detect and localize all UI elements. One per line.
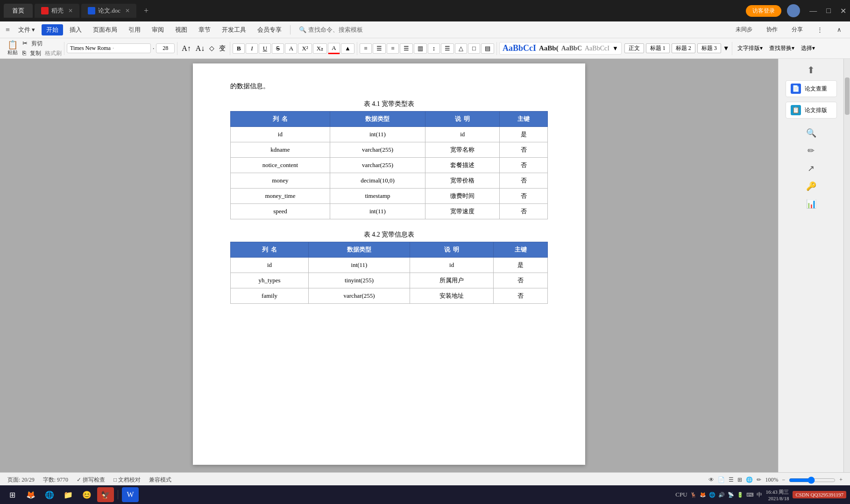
- list-button[interactable]: ☰: [441, 43, 454, 54]
- style-bt3[interactable]: 标题 3: [697, 43, 721, 53]
- font-name-selector[interactable]: Times New Roma ·: [67, 43, 151, 53]
- cursor-side-icon[interactable]: ↗: [806, 163, 816, 174]
- avatar[interactable]: [787, 4, 800, 17]
- view-icon-web[interactable]: 🌐: [746, 476, 753, 483]
- phonetic-button[interactable]: 变: [217, 43, 227, 54]
- search-side-icon[interactable]: 🔍: [806, 128, 816, 138]
- menu-insert[interactable]: 插入: [65, 24, 86, 35]
- style-bt2[interactable]: 标题 2: [672, 43, 695, 53]
- menu-collapse[interactable]: ∧: [832, 25, 846, 35]
- select-button[interactable]: 选择▾: [798, 43, 818, 53]
- text-arrange-button[interactable]: 文字排版▾: [735, 43, 765, 53]
- menu-vip[interactable]: 会员专享: [253, 24, 286, 35]
- align-left-button[interactable]: ≡: [360, 43, 372, 54]
- menu-review[interactable]: 审阅: [147, 24, 169, 35]
- paper-check-button[interactable]: 📄 论文查重: [786, 80, 837, 97]
- menu-more[interactable]: ⋮: [812, 25, 828, 35]
- menu-sync[interactable]: 未同步: [731, 24, 757, 35]
- spell-check[interactable]: ✓ 拼写检查: [77, 476, 105, 484]
- taskbar-app1[interactable]: 🦅: [97, 487, 114, 502]
- strikethrough-button[interactable]: S̶: [272, 43, 284, 54]
- align-right-button[interactable]: ≡: [387, 43, 399, 54]
- tray-icon-1[interactable]: 🦌: [690, 492, 697, 498]
- tab-daoke[interactable]: 稻壳 ✕: [35, 4, 79, 18]
- menu-file[interactable]: 文件 ▾: [14, 24, 40, 35]
- compat-mode[interactable]: 兼容模式: [149, 476, 171, 484]
- menu-chapter[interactable]: 章节: [194, 24, 215, 35]
- menu-dev-tools[interactable]: 开发工具: [217, 24, 251, 35]
- subscript-button[interactable]: X²: [298, 43, 312, 54]
- tab-close-doc[interactable]: ✕: [125, 7, 130, 14]
- font-name-dropdown-icon[interactable]: ·: [113, 45, 114, 52]
- taskbar-wps[interactable]: W: [122, 487, 139, 502]
- menu-search[interactable]: 🔍 查找命令、搜索模板: [294, 24, 367, 35]
- tray-icon-7[interactable]: ⌨: [746, 492, 754, 498]
- font-size-input[interactable]: 28: [156, 43, 175, 53]
- doc-compare[interactable]: □ 文档校对: [113, 476, 141, 484]
- copy-label[interactable]: 复制: [28, 49, 43, 58]
- visit-login-button[interactable]: 访客登录: [746, 5, 781, 17]
- close-button[interactable]: ✕: [840, 7, 846, 15]
- align-justify-button[interactable]: ☰: [400, 43, 413, 54]
- tray-lang[interactable]: 中: [757, 491, 762, 499]
- menu-page-layout[interactable]: 页面布局: [88, 24, 122, 35]
- taskbar-browser2[interactable]: 🌐: [41, 487, 58, 502]
- taskbar-browser1[interactable]: 🦊: [22, 487, 39, 502]
- find-replace-button[interactable]: 查找替换▾: [766, 43, 797, 53]
- tray-icon-4[interactable]: 🔊: [718, 492, 725, 498]
- view-icon-split[interactable]: ⊞: [737, 476, 742, 483]
- paper-layout-button[interactable]: 📋 论文排版: [786, 102, 837, 119]
- taskbar-emoji[interactable]: 😊: [78, 487, 95, 502]
- shading-button[interactable]: ▤: [481, 43, 494, 54]
- italic-button[interactable]: I: [246, 43, 258, 54]
- edit-side-icon[interactable]: ✏: [806, 146, 816, 156]
- menu-references[interactable]: 引用: [124, 24, 145, 35]
- bold-button[interactable]: B: [233, 43, 245, 54]
- clear-format-button[interactable]: ◇: [207, 43, 216, 53]
- underline-button[interactable]: U: [259, 43, 271, 54]
- tab-close-daoke[interactable]: ✕: [68, 7, 73, 14]
- border-button[interactable]: □: [468, 43, 480, 54]
- cut-label[interactable]: 剪切: [29, 39, 44, 48]
- view-icon-list[interactable]: ☰: [729, 476, 734, 483]
- csdn-widget[interactable]: CSDN QQ3295391197: [793, 491, 846, 498]
- style-more-icon[interactable]: ▼: [723, 45, 730, 52]
- tray-icon-2[interactable]: 🦊: [700, 492, 706, 498]
- zoom-slider[interactable]: [789, 476, 836, 484]
- menu-hamburger-icon[interactable]: ≡: [4, 25, 12, 35]
- win-start-button[interactable]: ⊞: [4, 487, 21, 502]
- menu-collab[interactable]: 协作: [762, 24, 782, 35]
- style-dropdown-icon[interactable]: ▼: [612, 45, 618, 52]
- menu-share[interactable]: 分享: [787, 24, 808, 35]
- paste-button[interactable]: 📋 粘贴: [4, 39, 21, 57]
- scrollbar-thumb[interactable]: [845, 77, 850, 115]
- line-spacing-button[interactable]: ↕: [428, 43, 440, 54]
- maximize-button[interactable]: □: [826, 7, 831, 15]
- tab-home[interactable]: 首页: [4, 4, 33, 18]
- shape-button[interactable]: △: [455, 43, 467, 54]
- upload-icon[interactable]: ⬆: [807, 64, 815, 76]
- menu-view[interactable]: 视图: [170, 24, 192, 35]
- highlight-color-button[interactable]: ▲: [341, 43, 354, 54]
- menu-start[interactable]: 开始: [42, 24, 63, 35]
- vertical-scrollbar[interactable]: [843, 59, 850, 472]
- highlight-button[interactable]: A: [285, 43, 297, 54]
- chart-side-icon[interactable]: 📊: [806, 199, 816, 209]
- add-tab-button[interactable]: +: [140, 5, 152, 17]
- font-size-up-button[interactable]: A↑: [180, 43, 193, 54]
- tray-icon-6[interactable]: 🔋: [737, 492, 744, 498]
- style-zhengwen[interactable]: 正文: [624, 43, 644, 53]
- zoom-out-button[interactable]: −: [782, 476, 785, 483]
- font-color-button[interactable]: A: [328, 43, 340, 54]
- style-bt1[interactable]: 标题 1: [646, 43, 670, 53]
- tab-doc[interactable]: 论文.doc ✕: [81, 4, 136, 18]
- tray-icon-3[interactable]: 🌐: [709, 492, 715, 498]
- superscript-button[interactable]: X₂: [313, 43, 327, 54]
- tray-icon-5[interactable]: 📡: [728, 492, 734, 498]
- system-clock[interactable]: 16:43 周三 2021/8/18: [766, 489, 789, 501]
- minimize-button[interactable]: —: [809, 7, 817, 15]
- taskbar-explorer[interactable]: 📁: [60, 487, 77, 502]
- column-layout-button[interactable]: ▥: [414, 43, 427, 54]
- format-brush-label[interactable]: 格式刷: [45, 49, 62, 57]
- view-icon-edit[interactable]: ✏: [757, 476, 761, 483]
